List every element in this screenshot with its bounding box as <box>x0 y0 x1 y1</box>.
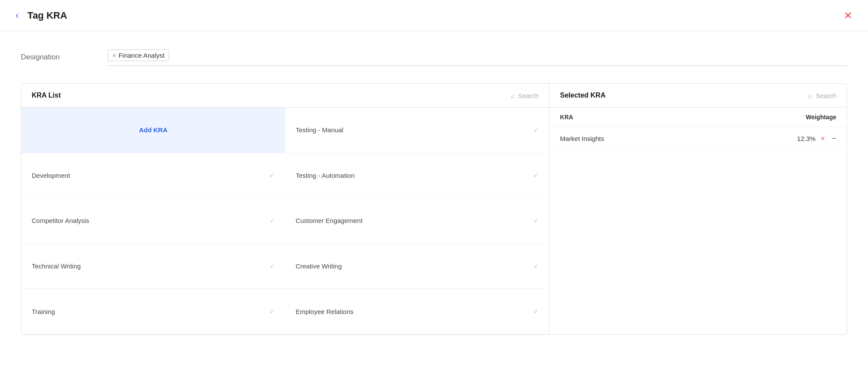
check-icon: ✓ <box>533 172 539 179</box>
weightage-col-header: Weightage <box>806 114 836 121</box>
selected-kra-search-box[interactable]: ⌕ Search <box>808 92 836 99</box>
kra-list-search-box[interactable]: ⌕ Search <box>511 92 539 99</box>
kra-item-creative-writing[interactable]: Creative Writing ✓ <box>285 244 549 289</box>
kra-list-search-icon: ⌕ <box>511 92 515 99</box>
minus-kra-button[interactable]: − <box>832 134 836 143</box>
kra-weightage-header: KRA Weightage <box>549 108 847 127</box>
check-icon: ✓ <box>533 127 539 134</box>
close-button[interactable]: ✕ <box>842 8 854 23</box>
kra-item-employee-relations[interactable]: Employee Relations ✓ <box>285 289 549 334</box>
check-icon: ✓ <box>270 308 275 315</box>
check-icon: ✓ <box>270 172 275 179</box>
page-header: ‹ Tag KRA ✕ <box>0 0 868 31</box>
kra-weightage-value: 12.3% <box>797 135 816 142</box>
kra-item-competitor-analysis[interactable]: Competitor Analysis ✓ <box>21 198 285 244</box>
selected-kra-row: Market Insights 12.3% × − <box>549 127 847 150</box>
main-content: Designation × Finance Analyst KRA List ⌕… <box>0 31 868 349</box>
kra-list-search-placeholder: Search <box>518 92 539 99</box>
kra-item-label: Testing - Automation <box>296 172 355 179</box>
header-left: ‹ Tag KRA <box>14 8 67 23</box>
kra-item-technical-writing[interactable]: Technical Writing ✓ <box>21 244 285 289</box>
selected-kra-panel: Selected KRA ⌕ Search KRA Weightage Mark… <box>549 84 847 334</box>
remove-kra-button[interactable]: × <box>821 135 825 143</box>
kra-item-label: Training <box>32 308 55 315</box>
selected-kra-name: Market Insights <box>560 135 604 142</box>
designation-label: Designation <box>21 53 73 62</box>
kra-item-label: Technical Writing <box>32 262 81 270</box>
check-icon: ✓ <box>533 217 539 224</box>
selected-kra-title: Selected KRA <box>560 92 605 99</box>
kra-items-grid: Add KRA Testing - Manual ✓ Development ✓… <box>21 108 549 334</box>
kra-list-title: KRA List <box>32 92 61 99</box>
main-panel: KRA List ⌕ Search Add KRA Testing - Manu… <box>21 83 847 335</box>
check-icon: ✓ <box>533 308 539 315</box>
kra-item-label: Customer Engagement <box>296 217 362 224</box>
designation-tag-area: × Finance Analyst <box>108 49 847 66</box>
designation-row: Designation × Finance Analyst <box>21 49 847 66</box>
check-icon: ✓ <box>270 217 275 224</box>
add-kra-button[interactable]: Add KRA <box>21 108 285 153</box>
kra-item-label: Development <box>32 172 70 179</box>
designation-tag[interactable]: × Finance Analyst <box>108 49 169 61</box>
kra-item-label: Employee Relations <box>296 308 353 315</box>
add-kra-label: Add KRA <box>139 126 168 134</box>
tag-remove-icon[interactable]: × <box>112 52 116 59</box>
kra-item-development[interactable]: Development ✓ <box>21 153 285 199</box>
kra-item-testing-automation[interactable]: Testing - Automation ✓ <box>285 153 549 199</box>
check-icon: ✓ <box>533 263 539 270</box>
page-title: Tag KRA <box>27 10 67 21</box>
tag-label: Finance Analyst <box>118 52 164 59</box>
kra-weight-area: 12.3% × − <box>797 134 836 143</box>
kra-list-panel-header: KRA List ⌕ Search <box>21 84 549 108</box>
kra-col-header: KRA <box>560 114 573 121</box>
selected-panel-header: Selected KRA ⌕ Search <box>549 84 847 108</box>
kra-item-training[interactable]: Training ✓ <box>21 289 285 334</box>
selected-search-icon: ⌕ <box>808 92 812 99</box>
kra-item-label: Testing - Manual <box>296 126 343 134</box>
selected-search-placeholder: Search <box>815 92 836 99</box>
kra-list-panel: KRA List ⌕ Search Add KRA Testing - Manu… <box>21 84 549 334</box>
back-button[interactable]: ‹ <box>14 8 20 23</box>
kra-item-label: Competitor Analysis <box>32 217 89 224</box>
check-icon: ✓ <box>270 263 275 270</box>
kra-item-label: Creative Writing <box>296 262 342 270</box>
kra-item-testing-manual[interactable]: Testing - Manual ✓ <box>285 108 549 153</box>
kra-item-customer-engagement[interactable]: Customer Engagement ✓ <box>285 198 549 244</box>
